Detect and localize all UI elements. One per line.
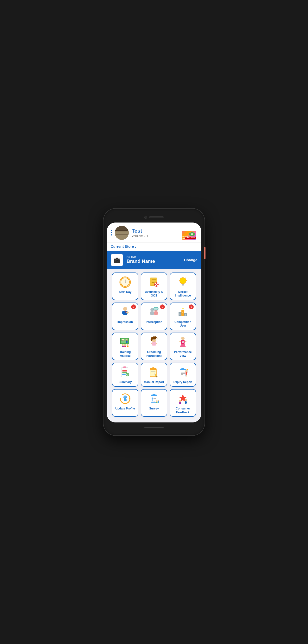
update-profile-label: Update Profile	[115, 407, 135, 411]
grid-item-summary[interactable]: Summary	[112, 362, 138, 387]
svg-text:3: 3	[185, 314, 186, 316]
grid-row-2: 0	[110, 302, 198, 330]
current-store-bar: Current Store :	[107, 242, 201, 251]
availability-label: Availability & OOS	[143, 290, 165, 298]
manual-report-icon	[148, 366, 160, 378]
grid-item-consumer-feedback[interactable]: Consumer Feedback	[170, 389, 196, 417]
svg-point-143	[156, 400, 158, 402]
svg-point-148	[185, 399, 187, 401]
svg-rect-4	[117, 232, 126, 233]
svg-rect-107	[150, 368, 157, 370]
svg-rect-149	[185, 401, 187, 404]
svg-rect-80	[127, 346, 128, 347]
interception-label: Interception	[146, 320, 163, 324]
avatar	[115, 226, 129, 240]
grid-item-competition-user[interactable]: 0 1 2 3 ★	[170, 302, 196, 330]
svg-point-84	[154, 336, 157, 339]
camera-icon	[113, 257, 120, 263]
svg-rect-87	[152, 342, 156, 346]
performance-label: Performance View	[172, 350, 194, 358]
svg-point-83	[151, 338, 152, 341]
svg-rect-138	[152, 400, 153, 400]
grid-item-performance[interactable]: Performance View	[170, 332, 196, 360]
impression-label: Impression	[117, 320, 133, 324]
svg-text:✦: ✦	[186, 280, 187, 281]
svg-point-145	[158, 400, 159, 401]
svg-point-120	[185, 370, 187, 372]
phone-screen: Test Version: 2.1	[107, 222, 201, 423]
svg-rect-102	[122, 372, 127, 374]
grid-item-interception[interactable]: 0	[141, 302, 167, 330]
impression-badge: 0	[131, 304, 136, 309]
svg-marker-127	[129, 398, 130, 400]
grid-item-market-intelligence[interactable]: ✦ ✦ Market Intelligence	[170, 272, 196, 300]
grid-item-update-profile[interactable]: Update Profile	[112, 389, 138, 417]
svg-rect-101	[122, 370, 127, 372]
svg-rect-89	[156, 343, 157, 344]
svg-text:1: 1	[182, 312, 183, 314]
svg-rect-151	[179, 402, 181, 404]
svg-point-17	[119, 259, 120, 260]
svg-rect-16	[116, 258, 118, 259]
cloud-icon	[188, 231, 196, 237]
svg-rect-136	[151, 395, 157, 396]
svg-rect-2	[115, 230, 129, 232]
manual-report-label: Manual Report	[144, 380, 164, 384]
training-label: Training Material	[114, 350, 136, 358]
grooming-icon: ✦ ✦ ✦	[148, 336, 160, 348]
grid-item-manual-report[interactable]: Manual Report	[141, 362, 167, 387]
start-day-icon	[119, 276, 131, 288]
grid-item-training[interactable]: ABC	[112, 332, 138, 360]
svg-rect-121	[186, 372, 187, 375]
svg-rect-5	[116, 234, 128, 235]
grid-item-expiry-report[interactable]: Expiry Report	[170, 362, 196, 387]
phone-frame: Test Version: 2.1	[103, 208, 205, 436]
svg-text:2: 2	[180, 313, 181, 315]
svg-text:✦: ✦	[150, 339, 151, 340]
svg-line-123	[186, 375, 187, 376]
summary-icon	[119, 366, 131, 378]
phone-speaker	[149, 216, 164, 218]
change-button[interactable]: Change	[184, 258, 197, 262]
svg-rect-88	[151, 343, 152, 344]
svg-rect-95	[179, 341, 181, 342]
consumer-feedback-label: Consumer Feedback	[172, 407, 194, 414]
grid-item-availability[interactable]: Availability & OOS	[141, 272, 167, 300]
interception-icon	[148, 306, 160, 318]
svg-text:ABC: ABC	[121, 340, 125, 341]
expiry-report-label: Expiry Report	[174, 380, 193, 384]
grid-item-start-day[interactable]: Start Day	[112, 272, 138, 300]
svg-point-86	[155, 340, 155, 340]
competition-label: Competition User	[172, 320, 194, 328]
svg-rect-52	[127, 311, 128, 313]
svg-point-93	[181, 337, 185, 340]
phone-notch	[107, 213, 201, 222]
svg-rect-1	[115, 226, 129, 230]
svg-rect-78	[122, 346, 124, 347]
svg-point-76	[124, 344, 126, 346]
svg-rect-146	[158, 401, 159, 403]
svg-point-26	[125, 282, 126, 282]
grid-item-impression[interactable]: 0	[112, 302, 138, 330]
brand-name: Brand Name	[126, 258, 184, 264]
market-intelligence-label: Market Intelligence	[172, 290, 194, 298]
svg-text:★: ★	[182, 307, 184, 310]
menu-button[interactable]	[111, 230, 112, 236]
grid-row-3: ABC	[110, 332, 198, 360]
grid-item-survey[interactable]: Survey	[141, 389, 167, 417]
svg-line-39	[180, 278, 181, 278]
logo-since: SINCE 1970	[185, 237, 196, 239]
svg-rect-79	[124, 346, 126, 347]
brand-label: BRAND	[126, 256, 184, 258]
svg-rect-57	[153, 307, 158, 310]
svg-rect-73	[126, 341, 127, 343]
grid-item-grooming[interactable]: ✦ ✦ ✦ Grooming Instructions	[141, 332, 167, 360]
svg-text:✦: ✦	[157, 340, 158, 342]
app-title: Test	[132, 228, 181, 234]
svg-point-85	[153, 340, 154, 340]
performance-icon	[177, 336, 189, 348]
expiry-report-icon	[177, 366, 189, 378]
side-button	[204, 247, 206, 259]
svg-rect-130	[124, 399, 126, 401]
svg-point-77	[126, 344, 128, 346]
